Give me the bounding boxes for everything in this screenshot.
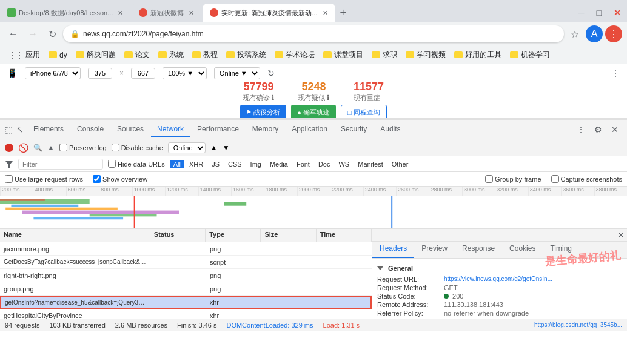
network-throttle[interactable]: Online ▼ — [214, 67, 260, 79]
disable-cache-check[interactable] — [112, 144, 119, 151]
record-button[interactable] — [5, 144, 13, 152]
capture-screenshots-check[interactable] — [551, 175, 559, 183]
forward-button[interactable]: → — [24, 25, 41, 42]
nl-header-time[interactable]: Time — [317, 229, 372, 242]
filter-media[interactable]: Media — [266, 160, 292, 168]
disable-cache-label[interactable]: Disable cache — [112, 144, 163, 151]
import-icon[interactable]: ▲ — [47, 144, 55, 152]
filter-css[interactable]: CSS — [224, 160, 246, 168]
show-overview-label[interactable]: Show overview — [93, 175, 147, 183]
rd-tab-preview[interactable]: Preview — [414, 242, 455, 258]
bookmark-project[interactable]: 课堂项目 — [320, 48, 367, 61]
list-item[interactable]: jiaxunmore.png png — [0, 242, 372, 256]
tab-application[interactable]: Application — [286, 122, 334, 137]
window-minimize[interactable]: ─ — [572, 8, 591, 18]
tab-audits[interactable]: Audits — [374, 122, 406, 137]
bookmark-tutorial[interactable]: 教程 — [189, 48, 221, 61]
filter-font[interactable]: Font — [293, 160, 314, 168]
query-button[interactable]: □ 同程查询 — [341, 105, 387, 119]
bookmark-ml[interactable]: 机器学习 — [506, 48, 554, 61]
menu-button[interactable]: ⋮ — [605, 25, 622, 42]
filter-input[interactable] — [18, 159, 103, 170]
nl-header-size[interactable]: Size — [261, 229, 316, 242]
filter-doc[interactable]: Doc — [315, 160, 334, 168]
new-tab-button[interactable]: + — [335, 4, 352, 22]
filter-js[interactable]: JS — [208, 160, 223, 168]
tab-console[interactable]: Console — [71, 122, 110, 137]
tab-network[interactable]: Network — [151, 122, 190, 137]
preserve-log-label[interactable]: Preserve log — [59, 144, 107, 151]
nl-header-name[interactable]: Name — [0, 229, 150, 242]
reload-button[interactable]: ↻ — [44, 25, 61, 42]
show-overview-check[interactable] — [93, 175, 101, 183]
device-width-input[interactable] — [88, 68, 112, 79]
rd-tab-cookies[interactable]: Cookies — [502, 242, 543, 258]
large-rows-check[interactable] — [5, 175, 13, 183]
more-options-icon[interactable]: ⋮ — [611, 68, 620, 78]
tab-3-close[interactable]: ✕ — [323, 9, 328, 17]
filter-icon[interactable]: 🔍 — [33, 144, 42, 152]
list-item[interactable]: getHospitalCityByProvince xhr — [0, 309, 372, 319]
hide-urls-label[interactable]: Hide data URLs — [108, 160, 165, 168]
list-item[interactable]: group.png png — [0, 282, 372, 296]
bookmark-submit[interactable]: 投稿系统 — [223, 48, 270, 61]
device-select[interactable]: iPhone 6/7/8 — [25, 67, 81, 79]
account-button[interactable]: A — [586, 25, 603, 42]
filter-xhr[interactable]: XHR — [186, 160, 207, 168]
back-button[interactable]: ← — [5, 25, 22, 42]
list-item[interactable]: right-btn-right.png png — [0, 269, 372, 282]
devtools-close-icon[interactable]: ✕ — [608, 122, 622, 137]
csdn-link[interactable]: https://blog.csdn.net/qq_3545b... — [534, 322, 622, 328]
nl-header-type[interactable]: Type — [206, 229, 261, 242]
rd-tab-timing[interactable]: Timing — [543, 242, 579, 258]
throttle-select[interactable]: Online — [168, 142, 206, 153]
clear-button[interactable]: 🚫 — [18, 143, 29, 153]
close-details-button[interactable]: ✕ — [617, 230, 625, 240]
url-bar[interactable]: 🔒 news.qq.com/zt2020/page/feiyan.htm — [63, 25, 564, 42]
bookmark-videos[interactable]: 学习视频 — [402, 48, 449, 61]
tab-security[interactable]: Security — [335, 122, 373, 137]
tab-2-close[interactable]: ✕ — [189, 9, 194, 17]
rotate-icon[interactable]: ↻ — [267, 68, 275, 78]
tab-2[interactable]: 新冠状微博 ✕ — [132, 4, 201, 22]
bookmark-forum[interactable]: 学术论坛 — [271, 48, 318, 61]
filter-other[interactable]: Other — [388, 160, 412, 168]
zoom-select[interactable]: 100% ▼ — [163, 67, 207, 79]
devtools-more-icon[interactable]: ⋮ — [574, 122, 588, 137]
window-maximize[interactable]: □ — [591, 8, 608, 18]
tab-memory[interactable]: Memory — [246, 122, 284, 137]
bookmark-paper[interactable]: 论文 — [121, 48, 153, 61]
bookmark-jobs[interactable]: 求职 — [368, 48, 401, 61]
filter-manifest[interactable]: Manifest — [354, 160, 387, 168]
tab-3[interactable]: 实时更新: 新冠肺炎疫情最新动... ✕ — [203, 4, 335, 22]
large-rows-label[interactable]: Use large request rows — [5, 175, 83, 183]
rd-tab-response[interactable]: Response — [455, 242, 502, 258]
device-height-input[interactable] — [131, 68, 155, 79]
list-item[interactable]: GetDocsByTag?callback=success_jsonpCallb… — [0, 256, 372, 269]
filter-all[interactable]: All — [170, 160, 184, 168]
bookmark-apps[interactable]: ⋮⋮ 应用 — [5, 48, 44, 61]
rd-tab-headers[interactable]: Headers — [372, 242, 414, 258]
tab-1-close[interactable]: ✕ — [118, 9, 123, 17]
capture-screenshots-label[interactable]: Capture screenshots — [551, 175, 623, 183]
tab-elements[interactable]: Elements — [27, 122, 70, 137]
bookmark-button[interactable]: ☆ — [566, 25, 583, 42]
tab-sources[interactable]: Sources — [111, 122, 150, 137]
bookmark-solve[interactable]: 解决问题 — [72, 48, 119, 61]
bookmark-system[interactable]: 系统 — [155, 48, 187, 61]
devtools-settings-icon[interactable]: ⚙ — [591, 122, 605, 137]
selected-request-item[interactable]: getOnsInfo?name=disease_h5&callback=jQue… — [0, 296, 372, 309]
tab-1[interactable]: Desktop/8.数据/day08/Lesson... ✕ — [0, 4, 130, 22]
analysis-button[interactable]: ⚑ 战役分析 — [240, 105, 286, 119]
tab-performance[interactable]: Performance — [191, 122, 245, 137]
group-by-frame-label[interactable]: Group by frame — [485, 175, 541, 183]
filter-img[interactable]: Img — [247, 160, 265, 168]
window-close[interactable]: ✕ — [608, 8, 627, 18]
nl-header-status[interactable]: Status — [150, 229, 206, 242]
bookmark-tools[interactable]: 好用的工具 — [451, 48, 505, 61]
preserve-log-check[interactable] — [59, 144, 67, 151]
group-by-frame-check[interactable] — [485, 175, 493, 183]
hide-urls-check[interactable] — [108, 160, 116, 168]
bookmark-dy[interactable]: dy — [45, 50, 71, 61]
filter-ws[interactable]: WS — [335, 160, 353, 168]
